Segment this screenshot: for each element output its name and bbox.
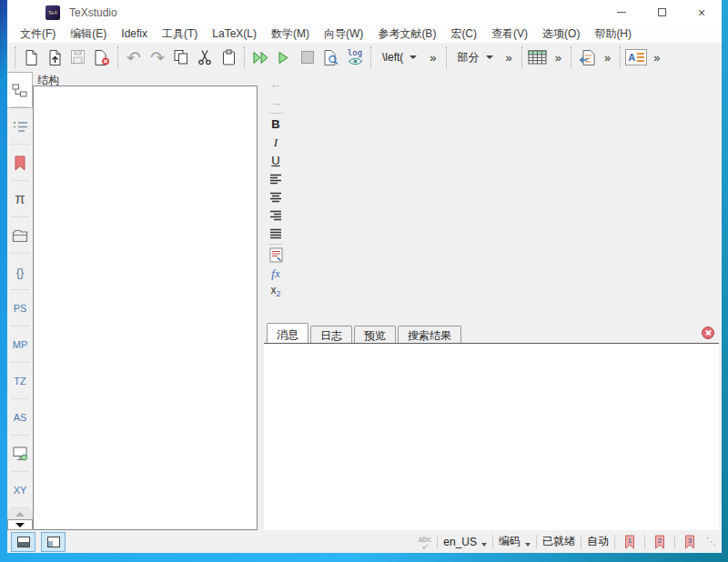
build-and-view-button[interactable] [248,45,272,69]
go-back-button[interactable]: ← [270,76,282,92]
menu-tools[interactable]: 工具(T) [155,25,205,44]
textblock-button[interactable] [269,247,283,263]
align-left-button[interactable] [269,171,282,186]
math-toolbar-overflow-button[interactable]: » [424,51,441,65]
structure-tree-view[interactable] [33,85,258,530]
format-button[interactable]: A [624,45,648,69]
desktop: TeX TeXstudio × 文件(F) 编辑(E) Idefix 工具(T)… [0,0,728,562]
copy-button[interactable] [169,45,193,69]
format-toolbar-overflow-button[interactable]: » [648,51,665,65]
sidebar-item-bookmarks[interactable] [7,145,33,181]
close-document-button[interactable] [90,45,114,69]
maximize-button[interactable] [642,0,682,25]
align-justify-button[interactable] [269,226,282,241]
open-document-button[interactable] [43,45,66,69]
sidebar-item-files[interactable] [7,217,33,254]
encoding-selector[interactable]: 编码 [499,534,531,549]
sidebar-item-metapost[interactable]: MP [7,326,33,363]
align-right-button[interactable] [269,207,282,223]
spellcheck-button[interactable]: abc [419,536,432,547]
bookmark-1-button[interactable]: 1 [621,534,639,550]
tab-search-results[interactable]: 搜索结果 [398,326,461,343]
paste-button[interactable] [217,45,240,69]
insert-formula-button[interactable]: fx [271,266,279,281]
menu-file[interactable]: 文件(F) [13,25,63,44]
copy-icon [173,49,189,65]
stop-button[interactable] [296,45,319,69]
tab-log[interactable]: 日志 [310,326,352,343]
paste-icon [221,49,237,66]
sidebar-scroll-up-button[interactable] [7,508,33,519]
view-log-button[interactable]: log [343,45,367,69]
toggle-bottom-panel-button[interactable] [11,532,35,552]
save-icon [70,49,86,65]
sidebar-item-beamer[interactable] [7,436,33,472]
indent-toolbar-overflow-button[interactable]: » [599,51,616,65]
indent-button[interactable] [575,45,599,69]
menu-help[interactable]: 帮助(H) [587,25,639,44]
bold-button[interactable]: B [271,116,279,132]
go-forward-button[interactable]: → [270,95,282,110]
textblock-icon [269,247,283,263]
section-combo[interactable]: 部分 [450,48,500,67]
new-document-button[interactable] [19,45,43,69]
status-separator [614,535,615,549]
sidebar-item-todo[interactable] [7,108,33,145]
maximize-icon [658,8,666,16]
view-pdf-button[interactable] [319,45,343,69]
status-separator [674,535,675,549]
underline-button[interactable]: U [271,153,279,168]
toggle-side-panel-button[interactable] [41,532,66,552]
menu-macros[interactable]: 宏(C) [443,25,484,44]
sidebar-item-tikz[interactable]: TZ [7,363,33,399]
todo-list-icon [13,120,28,134]
sidebar-item-symbols[interactable]: π [7,181,33,217]
menu-idefix[interactable]: Idefix [114,25,155,42]
menu-options[interactable]: 选项(O) [535,25,587,44]
tab-messages[interactable]: 消息 [267,323,308,343]
menu-view[interactable]: 查看(V) [484,25,535,44]
undo-button[interactable]: ↶ [122,45,146,69]
close-button[interactable]: × [682,0,722,25]
toolbar-separator [620,46,621,68]
align-center-button[interactable] [269,189,282,205]
editor-area [289,72,722,323]
cut-button[interactable] [193,45,217,69]
subscript-button[interactable]: x2 [270,284,280,299]
italic-button[interactable]: I [274,135,278,150]
pi-icon: π [15,191,25,207]
chevron-down-icon [525,543,531,547]
build-and-view-icon [252,50,269,65]
resize-grip[interactable]: ⋱ [706,536,716,547]
sidebar-item-structure[interactable] [7,72,33,108]
section-toolbar-overflow-button[interactable]: » [500,51,518,65]
bookmark-3-button[interactable]: 3 [681,534,699,550]
menu-latex[interactable]: LaTeX(L) [205,25,264,42]
redo-button[interactable]: ↷ [146,45,169,69]
language-selector[interactable]: en_US [443,536,487,548]
tab-preview[interactable]: 预览 [354,326,396,343]
compile-button[interactable] [272,45,296,69]
menu-math[interactable]: 数学(M) [264,25,317,44]
toolbar-separator [370,46,371,68]
sidebar-item-asymptote[interactable]: AS [7,399,33,436]
table-toolbar-overflow-button[interactable]: » [550,51,567,65]
menu-edit[interactable]: 编辑(E) [63,25,114,44]
subscript-icon: x2 [270,284,280,298]
line-ending-selector[interactable]: 自动 [587,534,609,549]
menu-bibliography[interactable]: 参考文献(B) [370,25,443,44]
cut-icon [197,49,212,65]
sidebar-item-brackets[interactable]: {} [7,254,33,290]
menu-wizard[interactable]: 向导(W) [317,25,370,44]
minimize-button[interactable] [602,0,642,25]
close-panel-button[interactable] [702,326,714,339]
bookmark-icon [14,156,26,171]
save-button[interactable] [66,45,90,69]
menu-bar: 文件(F) 编辑(E) Idefix 工具(T) LaTeX(L) 数学(M) … [7,25,722,43]
insert-table-button[interactable] [526,45,550,69]
bookmark-2-button[interactable]: 2 [651,534,669,550]
math-delimiter-combo[interactable]: \left( [375,49,424,65]
sidebar-item-xymatrix[interactable]: XY [7,472,33,508]
sidebar-item-pstricks[interactable]: PS [7,290,33,326]
sidebar-scroll-down-button[interactable] [7,519,33,530]
